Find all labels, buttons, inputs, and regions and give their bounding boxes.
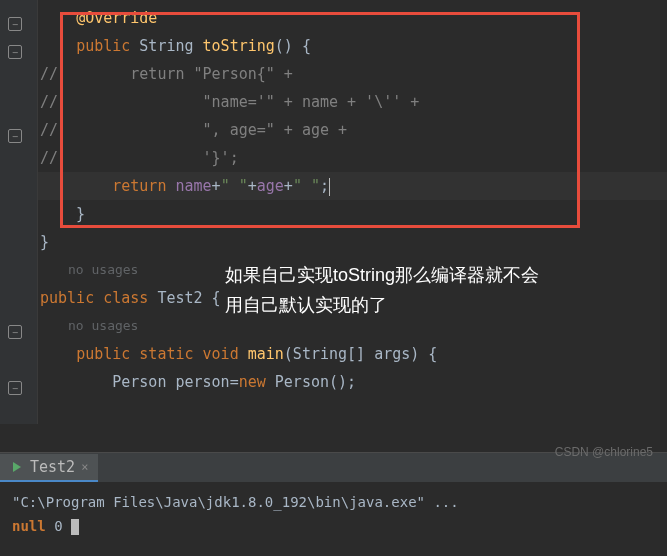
fold-icon[interactable]: − (8, 325, 22, 339)
code-line[interactable]: @Override (38, 4, 667, 32)
fold-icon[interactable]: − (8, 381, 22, 395)
code-line-comment[interactable]: // "name='" + name + '\'' + (38, 88, 667, 116)
watermark: CSDN @chlorine5 (555, 445, 653, 459)
usage-hint: no usages (38, 312, 667, 340)
gutter: − − − − − (0, 0, 38, 424)
usage-hint: no usages (38, 256, 667, 284)
console-command: "C:\Program Files\Java\jdk1.8.0_192\bin\… (12, 490, 655, 514)
code-line[interactable] (38, 396, 667, 424)
code-line-comment[interactable]: // '}'; (38, 144, 667, 172)
console-output-line: null 0 (12, 514, 655, 538)
tab-label: Test2 (30, 458, 75, 476)
code-line-comment[interactable]: // ", age=" + age + (38, 116, 667, 144)
code-line[interactable]: public class Test2 { (38, 284, 667, 312)
code-line[interactable]: Person person=new Person(); (38, 368, 667, 396)
code-line[interactable]: } (38, 200, 667, 228)
console-output[interactable]: "C:\Program Files\Java\jdk1.8.0_192\bin\… (0, 482, 667, 546)
code-editor[interactable]: − − − − − @Override public String toStri… (0, 0, 667, 424)
run-tab[interactable]: Test2 × (0, 454, 98, 482)
console-cursor (71, 519, 79, 535)
code-line[interactable]: public String toString() { (38, 32, 667, 60)
code-line-current[interactable]: return name+" "+age+" "; (38, 172, 667, 200)
code-line[interactable]: public static void main(String[] args) { (38, 340, 667, 368)
fold-icon[interactable]: − (8, 17, 22, 31)
code-line-comment[interactable]: // return "Person{" + (38, 60, 667, 88)
svg-marker-0 (13, 462, 21, 472)
code-line[interactable]: } (38, 228, 667, 256)
fold-icon[interactable]: − (8, 129, 22, 143)
close-icon[interactable]: × (81, 460, 88, 474)
code-content[interactable]: @Override public String toString() { // … (38, 4, 667, 424)
run-icon (10, 460, 24, 474)
text-cursor (329, 178, 330, 196)
fold-icon[interactable]: − (8, 45, 22, 59)
